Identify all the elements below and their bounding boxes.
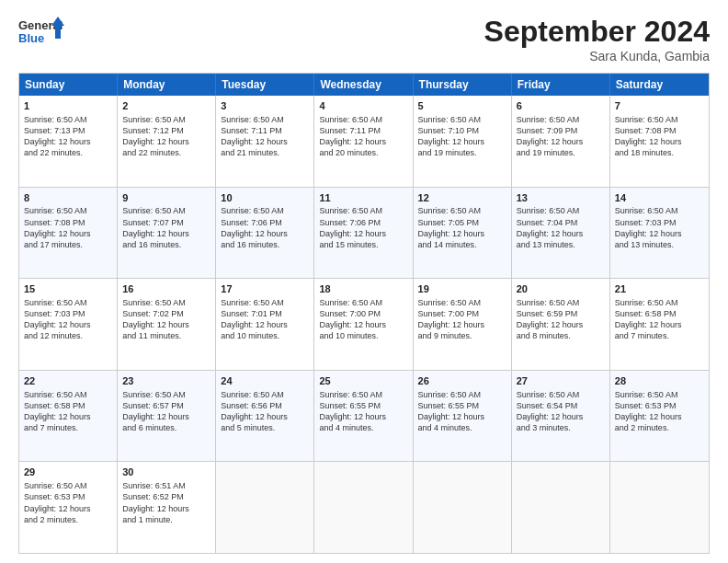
day-info-line: and 19 minutes. — [418, 147, 506, 158]
title-area: September 2024 Sara Kunda, Gambia — [484, 15, 710, 63]
day-info-line: Sunset: 6:58 PM — [24, 400, 112, 411]
day-number: 12 — [418, 191, 506, 205]
day-info-line: Daylight: 12 hours — [24, 136, 112, 147]
day-info-line: Daylight: 12 hours — [517, 319, 605, 330]
day-cell-26: 26Sunrise: 6:50 AMSunset: 6:55 PMDayligh… — [414, 371, 512, 462]
day-info-line: Sunrise: 6:50 AM — [319, 114, 407, 125]
day-cell-12: 12Sunrise: 6:50 AMSunset: 7:05 PMDayligh… — [414, 188, 512, 279]
day-number: 25 — [319, 374, 407, 388]
day-info-line: Daylight: 12 hours — [24, 319, 112, 330]
day-cell-27: 27Sunrise: 6:50 AMSunset: 6:54 PMDayligh… — [512, 371, 610, 462]
day-info-line: and 8 minutes. — [517, 330, 605, 341]
day-cell-30: 30Sunrise: 6:51 AMSunset: 6:52 PMDayligh… — [118, 462, 216, 553]
day-info-line: Sunset: 7:06 PM — [319, 217, 407, 228]
header-cell-wednesday: Wednesday — [314, 74, 413, 96]
day-info-line: Sunset: 7:03 PM — [24, 308, 112, 319]
day-info-line: Sunset: 7:06 PM — [221, 217, 309, 228]
day-cell-empty — [512, 462, 610, 553]
day-info-line: Sunset: 6:59 PM — [517, 308, 605, 319]
day-info-line: Sunrise: 6:50 AM — [615, 297, 704, 308]
page-header: General Blue September 2024 Sara Kunda, … — [18, 15, 710, 63]
month-title: September 2024 — [484, 15, 710, 49]
day-info-line: Daylight: 12 hours — [221, 319, 309, 330]
day-info-line: Daylight: 12 hours — [122, 136, 210, 147]
day-info-line: Sunrise: 6:50 AM — [615, 205, 704, 216]
day-cell-11: 11Sunrise: 6:50 AMSunset: 7:06 PMDayligh… — [314, 188, 413, 279]
day-info-line: and 19 minutes. — [517, 147, 605, 158]
day-info-line: Sunset: 7:10 PM — [418, 125, 506, 136]
day-info-line: Sunset: 7:12 PM — [122, 125, 210, 136]
day-cell-14: 14Sunrise: 6:50 AMSunset: 7:03 PMDayligh… — [610, 188, 709, 279]
day-info-line: Sunset: 6:52 PM — [122, 491, 210, 502]
day-info-line: and 5 minutes. — [221, 422, 309, 433]
day-number: 29 — [24, 465, 112, 479]
day-info-line: and 22 minutes. — [24, 147, 112, 158]
day-info-line: and 21 minutes. — [221, 147, 309, 158]
header-cell-sunday: Sunday — [19, 74, 118, 96]
day-info-line: Sunrise: 6:50 AM — [319, 297, 407, 308]
day-info-line: and 13 minutes. — [615, 239, 704, 250]
day-number: 16 — [122, 282, 210, 296]
day-info-line: Sunset: 6:54 PM — [517, 400, 605, 411]
day-info-line: Sunrise: 6:50 AM — [319, 205, 407, 216]
day-info-line: and 10 minutes. — [319, 330, 407, 341]
day-info-line: and 13 minutes. — [517, 239, 605, 250]
day-info-line: Daylight: 12 hours — [418, 228, 506, 239]
day-number: 20 — [517, 282, 605, 296]
day-cell-4: 4Sunrise: 6:50 AMSunset: 7:11 PMDaylight… — [314, 96, 413, 187]
day-info-line: Sunset: 6:58 PM — [615, 308, 704, 319]
day-info-line: Daylight: 12 hours — [319, 136, 407, 147]
day-cell-empty — [216, 462, 314, 553]
day-info-line: Daylight: 12 hours — [615, 411, 704, 422]
day-info-line: Daylight: 12 hours — [418, 319, 506, 330]
day-number: 24 — [221, 374, 309, 388]
day-info-line: and 2 minutes. — [615, 422, 704, 433]
day-info-line: and 11 minutes. — [122, 330, 210, 341]
day-number: 27 — [517, 374, 605, 388]
day-info-line: Daylight: 12 hours — [24, 503, 112, 514]
day-cell-25: 25Sunrise: 6:50 AMSunset: 6:55 PMDayligh… — [314, 371, 413, 462]
day-info-line: Sunset: 6:57 PM — [122, 400, 210, 411]
day-info-line: Sunrise: 6:50 AM — [24, 114, 112, 125]
day-cell-5: 5Sunrise: 6:50 AMSunset: 7:10 PMDaylight… — [414, 96, 512, 187]
day-info-line: Daylight: 12 hours — [221, 136, 309, 147]
day-info-line: and 9 minutes. — [418, 330, 506, 341]
day-cell-empty — [314, 462, 413, 553]
day-cell-empty — [414, 462, 512, 553]
day-number: 2 — [122, 99, 210, 113]
day-info-line: Sunset: 6:55 PM — [418, 400, 506, 411]
day-info-line: Sunrise: 6:50 AM — [319, 389, 407, 400]
day-info-line: Sunrise: 6:50 AM — [221, 205, 309, 216]
day-info-line: Daylight: 12 hours — [122, 411, 210, 422]
day-info-line: Sunrise: 6:50 AM — [418, 205, 506, 216]
day-info-line: Sunrise: 6:50 AM — [517, 389, 605, 400]
day-info-line: and 16 minutes. — [122, 239, 210, 250]
day-number: 14 — [615, 191, 704, 205]
day-cell-19: 19Sunrise: 6:50 AMSunset: 7:00 PMDayligh… — [414, 279, 512, 370]
day-number: 13 — [517, 191, 605, 205]
day-info-line: Daylight: 12 hours — [221, 411, 309, 422]
day-info-line: Sunset: 7:09 PM — [517, 125, 605, 136]
day-info-line: and 14 minutes. — [418, 239, 506, 250]
day-info-line: and 10 minutes. — [221, 330, 309, 341]
day-info-line: and 17 minutes. — [24, 239, 112, 250]
day-info-line: Daylight: 12 hours — [24, 228, 112, 239]
day-info-line: Sunset: 6:53 PM — [24, 491, 112, 502]
day-info-line: and 2 minutes. — [24, 514, 112, 525]
day-info-line: Daylight: 12 hours — [122, 319, 210, 330]
day-cell-16: 16Sunrise: 6:50 AMSunset: 7:02 PMDayligh… — [118, 279, 216, 370]
day-info-line: and 16 minutes. — [221, 239, 309, 250]
day-info-line: Sunrise: 6:50 AM — [418, 297, 506, 308]
day-info-line: Daylight: 12 hours — [122, 228, 210, 239]
header-cell-thursday: Thursday — [414, 74, 512, 96]
calendar: SundayMondayTuesdayWednesdayThursdayFrid… — [18, 73, 710, 554]
day-info-line: Sunset: 6:56 PM — [221, 400, 309, 411]
day-info-line: Sunrise: 6:50 AM — [221, 297, 309, 308]
day-info-line: Daylight: 12 hours — [319, 228, 407, 239]
day-number: 10 — [221, 191, 309, 205]
day-info-line: and 7 minutes. — [24, 422, 112, 433]
day-info-line: Daylight: 12 hours — [517, 411, 605, 422]
day-info-line: Sunset: 7:08 PM — [24, 217, 112, 228]
day-info-line: Sunset: 7:00 PM — [418, 308, 506, 319]
day-cell-6: 6Sunrise: 6:50 AMSunset: 7:09 PMDaylight… — [512, 96, 610, 187]
